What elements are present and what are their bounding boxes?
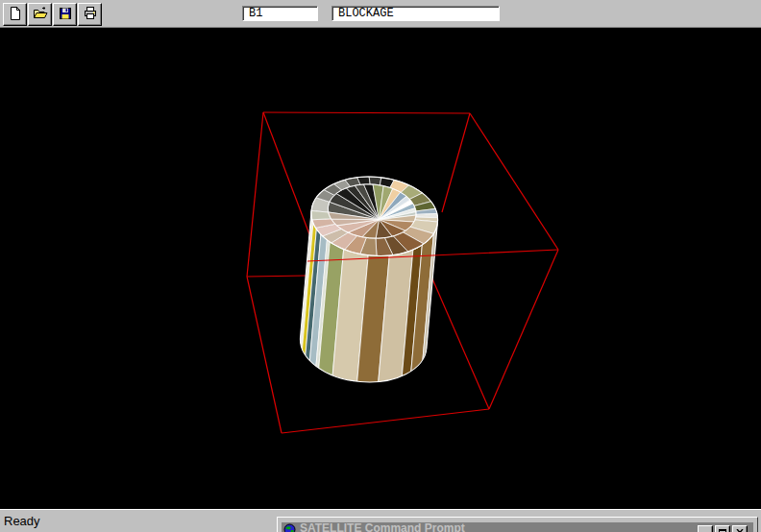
application-window: B1 BLOCKAGE Ready SATELLITE Command Prom… bbox=[0, 0, 761, 532]
background-window-titlebar[interactable]: SATELLITE Command Prompt bbox=[282, 522, 753, 532]
printer-icon bbox=[83, 6, 98, 24]
globe-icon bbox=[283, 522, 296, 532]
minimize-button[interactable] bbox=[698, 525, 713, 532]
background-window-title: SATELLITE Command Prompt bbox=[300, 522, 465, 532]
background-window[interactable]: SATELLITE Command Prompt bbox=[277, 517, 758, 532]
save-button[interactable] bbox=[53, 3, 77, 26]
background-window-controls bbox=[698, 525, 748, 532]
scene-svg bbox=[0, 29, 761, 509]
new-button[interactable] bbox=[3, 3, 27, 26]
viewport-3d[interactable] bbox=[0, 29, 761, 509]
name-field[interactable]: BLOCKAGE bbox=[331, 6, 500, 21]
new-document-icon bbox=[8, 6, 23, 24]
status-message: Ready bbox=[4, 514, 40, 528]
save-floppy-icon bbox=[58, 6, 73, 24]
designator-field[interactable]: B1 bbox=[242, 6, 318, 21]
close-button[interactable] bbox=[732, 525, 748, 532]
open-folder-icon bbox=[33, 6, 48, 24]
toolbar: B1 BLOCKAGE bbox=[0, 0, 761, 28]
open-button[interactable] bbox=[28, 3, 52, 26]
maximize-button[interactable] bbox=[715, 525, 730, 532]
print-button[interactable] bbox=[78, 3, 102, 26]
